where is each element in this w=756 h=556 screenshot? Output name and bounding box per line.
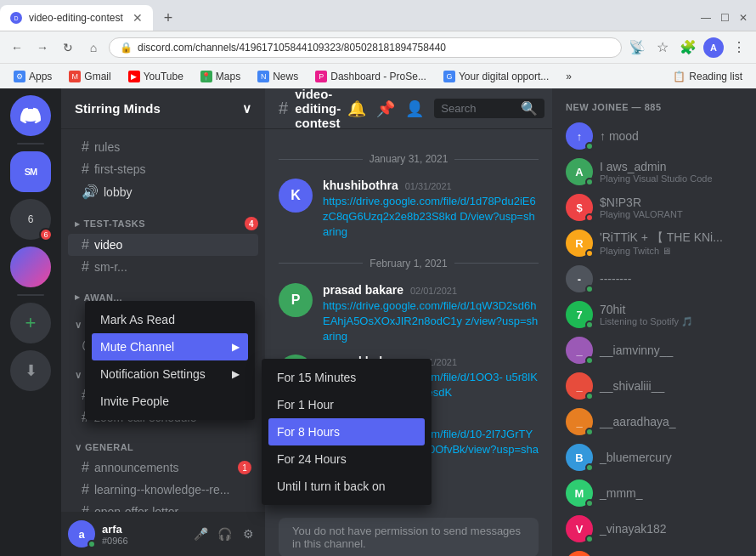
refresh-button[interactable]: ↻: [58, 37, 78, 58]
bookmark-youtube[interactable]: ▶ YouTube: [121, 69, 190, 84]
member-status-dot: [585, 356, 594, 365]
menu-icon[interactable]: ⋮: [729, 37, 749, 58]
extensions-icon[interactable]: 🧩: [678, 37, 698, 58]
date-divider-feb1: February 1, 2021: [279, 258, 539, 269]
close-tab-button[interactable]: ✕: [133, 11, 143, 25]
channel-lobby-name: lobby: [104, 185, 251, 199]
tab-bar: D video-editing-contest ✕ + — ☐ ✕: [0, 0, 756, 31]
mute-channel-item[interactable]: Mute Channel ▶ For 15 Minutes For 1 Hour…: [92, 333, 248, 360]
notification-bell-icon[interactable]: 🔔: [347, 99, 366, 118]
google-icon: G: [443, 71, 455, 82]
search-input[interactable]: [441, 102, 517, 115]
member-70hit[interactable]: 7 70hitListening to Spotify 🎵: [559, 298, 749, 332]
mute-8hours[interactable]: For 8 Hours: [268, 418, 425, 445]
microphone-button[interactable]: 🎤: [190, 524, 211, 544]
member-rittik[interactable]: R 'RiTTiK + 【 THE KNi...Playing Twitch 🖥: [559, 226, 749, 260]
cast-icon[interactable]: 📡: [627, 37, 647, 58]
server-icon-3[interactable]: [10, 247, 51, 287]
mute-until-off[interactable]: Until I turn it back on: [268, 473, 425, 500]
home-button[interactable]: ⌂: [83, 37, 104, 58]
svg-text:D: D: [14, 15, 18, 21]
bookmark-news[interactable]: N News: [251, 69, 305, 84]
discord-rail: SM 6 6 + ⬇: [0, 88, 61, 556]
member-sniper[interactable]: $ $N!P3RPlaying VALORANT: [559, 190, 749, 224]
close-window-button[interactable]: ✕: [737, 12, 749, 24]
channel-open-offer-name: open-offer-letter: [94, 505, 251, 512]
channel-announcements-name: announcements: [94, 461, 233, 474]
channel-sm-r[interactable]: # sm-r...: [68, 256, 258, 278]
bookmark-gmail[interactable]: M Gmail: [62, 69, 117, 84]
notification-settings-item[interactable]: Notification Settings ▶: [92, 360, 248, 388]
back-button[interactable]: ←: [7, 37, 27, 58]
headphone-button[interactable]: 🎧: [214, 524, 234, 544]
maximize-button[interactable]: ☐: [719, 12, 731, 24]
member-mmm[interactable]: M _mmm_: [559, 476, 749, 510]
channel-video[interactable]: # video: [68, 234, 258, 256]
member-avatar-sniper: $: [566, 194, 593, 221]
bookmark-dashboard[interactable]: P Dashboard - ProSe...: [308, 69, 433, 84]
member-surya[interactable]: A A Surya Balaji: [559, 547, 749, 556]
channel-rules[interactable]: # rules: [68, 136, 258, 158]
reading-list-icon: 📋: [673, 71, 685, 82]
discord-home-button[interactable]: [10, 95, 51, 136]
new-tab-button[interactable]: +: [156, 6, 180, 30]
chrome-user-avatar[interactable]: A: [703, 37, 724, 58]
member-aaradhaya[interactable]: _ __aaradhaya_: [559, 405, 749, 439]
member-name-iamvinny: __iamvinny__: [600, 343, 742, 357]
member-mood[interactable]: ↑ ↑ mood: [559, 119, 749, 153]
invite-people-item[interactable]: Invite People: [92, 388, 248, 415]
channel-announcements[interactable]: # announcements 1: [68, 457, 258, 479]
channel-sm-r-name: sm-r...: [94, 260, 251, 274]
member-aws-admin[interactable]: A I aws_adminPlaying Visual Studio Code: [559, 155, 749, 189]
explore-servers-button[interactable]: +: [10, 303, 51, 343]
msg-link-2[interactable]: https://drive.google.com/file/d/1qW3D2sd…: [323, 299, 538, 343]
member-dashes[interactable]: - --------: [559, 262, 749, 296]
speaker-icon: 🔊: [82, 184, 99, 200]
member-info-bluemercury: _bluemercury: [600, 451, 742, 464]
settings-button[interactable]: ⚙: [238, 524, 258, 544]
cannot-send-message: You do not have permission to send messa…: [279, 518, 539, 556]
search-box[interactable]: 🔍: [434, 99, 544, 118]
tab-title: video-editing-contest: [29, 12, 126, 24]
channel-learning[interactable]: # learning--knowledge--re...: [68, 479, 258, 501]
mute-channel-label: Mute Channel: [100, 340, 174, 354]
active-tab[interactable]: D video-editing-contest ✕: [0, 5, 153, 31]
member-avatar-aaradhaya: _: [566, 408, 593, 435]
server-icon-2[interactable]: 6 6: [10, 199, 51, 240]
url-text: discord.com/channels/419617105844109323/…: [138, 42, 446, 54]
download-button[interactable]: ⬇: [10, 350, 51, 391]
bookmark-star-icon[interactable]: ☆: [652, 37, 673, 58]
category-test-tasks[interactable]: ▸ test-tasks 4: [61, 203, 265, 234]
user-actions: 🎤 🎧 ⚙: [190, 524, 258, 544]
member-bluemercury[interactable]: B _bluemercury: [559, 440, 749, 474]
mute-24hours[interactable]: For 24 Hours: [268, 445, 425, 473]
channel-open-offer[interactable]: # open-offer-letter: [68, 501, 258, 512]
bookmark-google[interactable]: G Your digital opport...: [437, 69, 556, 84]
member-shivaliii[interactable]: _ __shivaliii__: [559, 369, 749, 403]
reading-list-button[interactable]: 📋 Reading list: [666, 69, 749, 84]
members-icon[interactable]: 👤: [405, 99, 424, 118]
mute-submenu-arrow: ▶: [232, 341, 240, 353]
mute-15min[interactable]: For 15 Minutes: [268, 364, 425, 391]
date-feb1: February 1, 2021: [370, 258, 447, 269]
member-status-dot: [585, 499, 594, 508]
channel-first-steps[interactable]: # first-steps: [68, 158, 258, 180]
member-vinayak[interactable]: V _vinayak182: [559, 512, 749, 546]
address-bar[interactable]: 🔒 discord.com/channels/41961710584410932…: [109, 37, 622, 58]
category-general[interactable]: ∨ GENERAL: [61, 428, 265, 457]
member-iamvinny[interactable]: _ __iamvinny__: [559, 333, 749, 367]
server-header[interactable]: Stirring Minds ∨: [61, 88, 265, 129]
pin-icon[interactable]: 📌: [376, 99, 395, 118]
forward-button[interactable]: →: [32, 37, 53, 58]
minimize-button[interactable]: —: [700, 12, 712, 24]
mute-1hour[interactable]: For 1 Hour: [268, 391, 425, 418]
msg-link-1[interactable]: https://drive.google.com/file/d/1d78Pdu2…: [323, 195, 536, 238]
channel-lobby[interactable]: 🔊 lobby: [68, 180, 258, 203]
bookmark-more[interactable]: »: [559, 69, 578, 84]
mark-as-read-item[interactable]: Mark As Read: [92, 306, 248, 333]
bookmark-maps[interactable]: 📍 Maps: [194, 69, 247, 84]
bookmark-apps[interactable]: ⚙ Apps: [7, 69, 59, 84]
member-info-rittik: 'RiTTiK + 【 THE KNi...Playing Twitch 🖥: [600, 230, 742, 256]
more-bookmarks-label: »: [566, 71, 572, 82]
server-icon-stirring-minds[interactable]: SM: [10, 151, 51, 192]
